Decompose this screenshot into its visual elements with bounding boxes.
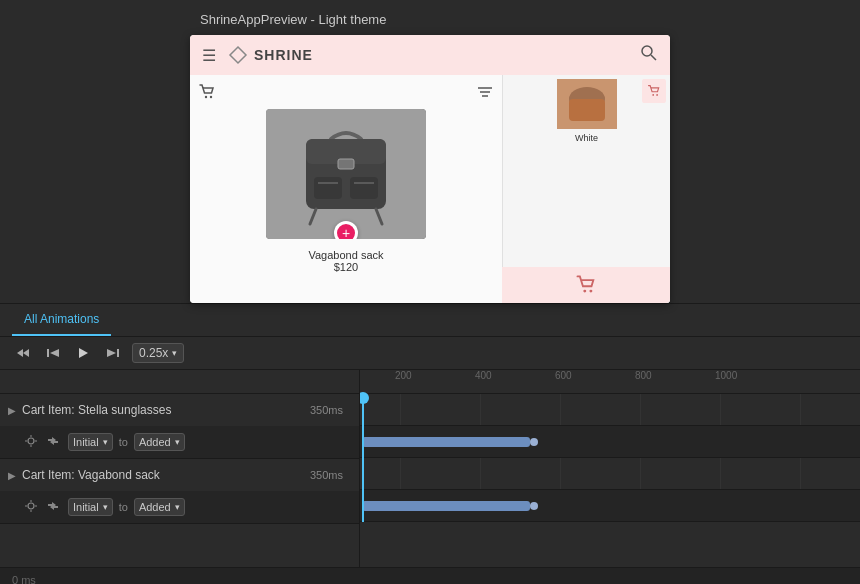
svg-rect-23	[47, 349, 49, 357]
svg-rect-13	[350, 177, 378, 199]
animation-row-1: ▶ Cart Item: Stella sunglasses 350ms	[0, 394, 359, 459]
chevron-4: ▾	[175, 502, 180, 512]
cart-bar[interactable]	[502, 267, 670, 303]
from-state-select-2[interactable]: Initial ▾	[68, 498, 113, 516]
play-button[interactable]	[72, 344, 94, 362]
track-row-1-sub	[360, 426, 860, 458]
main-cart-icon[interactable]	[198, 83, 216, 105]
animation-panel: All Animations 0.25x	[0, 303, 860, 567]
ruler-left	[0, 370, 359, 394]
ruler-mark-200: 200	[395, 370, 412, 381]
svg-line-2	[651, 55, 656, 60]
anim-row-2-header: ▶ Cart Item: Vagabond sack 350ms	[0, 459, 359, 491]
sun-icon-2	[24, 499, 40, 515]
to-state-label-2: Added	[139, 501, 171, 513]
anim-sub-row-2: Initial ▾ to Added ▾	[0, 491, 359, 523]
track-row-2-sub	[360, 490, 860, 522]
all-animations-tab[interactable]: All Animations	[12, 304, 111, 336]
header-search-icon[interactable]	[640, 44, 658, 66]
svg-marker-0	[230, 47, 246, 63]
main-product-image: +	[266, 109, 426, 239]
status-bar: 0 ms	[0, 567, 860, 584]
main-product-price: $120	[334, 261, 358, 273]
track-rows	[360, 394, 860, 522]
panel-tabs: All Animations	[0, 304, 860, 337]
svg-rect-12	[314, 177, 342, 199]
skip-forward-button[interactable]	[102, 344, 124, 362]
speed-value: 0.25x	[139, 346, 168, 360]
svg-point-17	[656, 94, 658, 96]
svg-point-16	[652, 94, 654, 96]
animation-row-2: ▶ Cart Item: Vagabond sack 350ms	[0, 459, 359, 524]
hamburger-icon[interactable]: ☰	[202, 46, 216, 65]
ruler-mark-800: 800	[635, 370, 652, 381]
side-products: White	[502, 75, 670, 303]
chevron-1: ▾	[103, 437, 108, 447]
svg-point-3	[205, 96, 207, 98]
anim-name-2: Cart Item: Vagabond sack	[22, 468, 310, 482]
app-frame: ☰ SHRINE	[190, 35, 670, 303]
from-state-label-1: Initial	[73, 436, 99, 448]
to-state-select-2[interactable]: Added ▾	[134, 498, 185, 516]
anim-row-1-header: ▶ Cart Item: Stella sunglasses 350ms	[0, 394, 359, 426]
svg-rect-11	[338, 159, 354, 169]
timeline-left-panel: ▶ Cart Item: Stella sunglasses 350ms	[0, 370, 360, 567]
svg-rect-24	[117, 349, 119, 357]
side-product-name-1: White	[575, 133, 598, 143]
track-dot-1-end	[530, 438, 538, 446]
svg-point-30	[28, 503, 34, 509]
svg-point-22	[589, 290, 592, 293]
add-icon: +	[337, 224, 355, 239]
track-bar-1[interactable]	[362, 437, 530, 447]
svg-point-1	[642, 46, 652, 56]
sun-icon-1	[24, 434, 40, 450]
anim-duration-1: 350ms	[310, 404, 343, 416]
from-state-label-2: Initial	[73, 501, 99, 513]
track-row-1-header	[360, 394, 860, 426]
to-state-select-1[interactable]: Added ▾	[134, 433, 185, 451]
playback-controls: 0.25x ▾	[0, 337, 860, 370]
timeline-right-panel: 200 400 600 800 1000	[360, 370, 860, 567]
anim-sub-row-1: Initial ▾ to Added ▾	[0, 426, 359, 458]
to-label-1: to	[119, 436, 128, 448]
swap-icon-2	[46, 499, 62, 515]
anim-name-1: Cart Item: Stella sunglasses	[22, 403, 310, 417]
ruler-mark-600: 600	[555, 370, 572, 381]
chevron-2: ▾	[175, 437, 180, 447]
rewind-button[interactable]	[12, 344, 34, 362]
svg-rect-20	[569, 99, 605, 121]
svg-point-4	[210, 96, 212, 98]
expand-arrow-1[interactable]: ▶	[8, 405, 16, 416]
playhead[interactable]	[362, 394, 364, 522]
add-to-cart-button[interactable]: +	[334, 221, 358, 239]
timeline-ruler: 200 400 600 800 1000	[360, 370, 860, 394]
shrine-logo: SHRINE	[228, 45, 313, 65]
from-state-select-1[interactable]: Initial ▾	[68, 433, 113, 451]
timeline-container: ▶ Cart Item: Stella sunglasses 350ms	[0, 370, 860, 567]
status-time: 0 ms	[12, 574, 36, 585]
track-bar-2[interactable]	[362, 501, 530, 511]
track-dot-2-end	[530, 502, 538, 510]
filter-icon[interactable]	[476, 83, 494, 105]
anim-duration-2: 350ms	[310, 469, 343, 481]
main-product: + Vagabond sack $120	[190, 75, 502, 303]
chevron-3: ▾	[103, 502, 108, 512]
skip-back-button[interactable]	[42, 344, 64, 362]
side-product-image-1	[557, 79, 617, 129]
ruler-mark-1000: 1000	[715, 370, 737, 381]
chevron-down-icon: ▾	[172, 348, 177, 358]
expand-arrow-2[interactable]: ▶	[8, 470, 16, 481]
main-product-name: Vagabond sack	[308, 249, 383, 261]
swap-icon-1	[46, 434, 62, 450]
header-left: ☰ SHRINE	[202, 45, 313, 65]
to-label-2: to	[119, 501, 128, 513]
track-row-2-header	[360, 458, 860, 490]
speed-selector[interactable]: 0.25x ▾	[132, 343, 184, 363]
to-state-label-1: Added	[139, 436, 171, 448]
svg-point-25	[28, 438, 34, 444]
app-content: + Vagabond sack $120	[190, 75, 670, 303]
side-cart-icon-1[interactable]	[642, 79, 666, 103]
shrine-diamond-icon	[228, 45, 248, 65]
preview-area: ShrineAppPreview - Light theme ☰ SHRINE	[0, 0, 860, 303]
shrine-brand-name: SHRINE	[254, 47, 313, 63]
